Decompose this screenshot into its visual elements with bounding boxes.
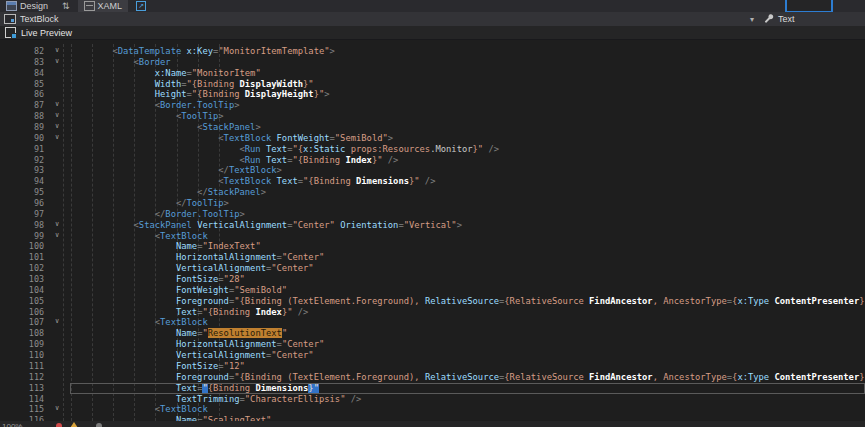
line-number[interactable]: 111	[0, 361, 44, 372]
line-number[interactable]: 96	[0, 198, 44, 209]
line-number[interactable]: 91	[0, 144, 44, 155]
code-line[interactable]: 113 Text="{Binding Dimensions}"	[0, 383, 865, 394]
line-number[interactable]: 100	[0, 241, 44, 252]
code-line[interactable]: 96 </ToolTip>	[0, 198, 865, 209]
line-number[interactable]: 99	[0, 231, 44, 242]
message-icon[interactable]	[96, 423, 102, 427]
fold-chevron-icon[interactable]: ∨	[44, 133, 70, 144]
code-line[interactable]: 115∨ <TextBlock	[0, 404, 865, 415]
live-preview-bar[interactable]: Live Preview	[0, 26, 865, 40]
code-line[interactable]: 104 FontWeight="SemiBold"	[0, 285, 865, 296]
line-number[interactable]: 92	[0, 155, 44, 166]
code-line[interactable]: 106 Text="{Binding Index}" />	[0, 307, 865, 318]
fold-chevron-icon[interactable]: ∨	[44, 100, 70, 111]
code-text: x:Name="MonitorItem"	[70, 68, 865, 79]
fold-chevron-icon[interactable]: ∨	[44, 317, 70, 328]
code-line[interactable]: 95 </StackPanel>	[0, 187, 865, 198]
code-line[interactable]: 97 </Border.ToolTip>	[0, 209, 865, 220]
fold-chevron-icon[interactable]: ∨	[44, 122, 70, 133]
fold-spacer	[44, 252, 70, 263]
code-text: Name="IndexText"	[70, 241, 865, 252]
code-text: </StackPanel>	[70, 187, 865, 198]
code-line[interactable]: 110 VerticalAlignment="Center"	[0, 350, 865, 361]
line-number[interactable]: 109	[0, 339, 44, 350]
element-selector-dropdown[interactable]: TextBlock ▾	[0, 14, 754, 24]
zoom-level[interactable]: 100%	[2, 422, 52, 427]
line-number[interactable]: 93	[0, 165, 44, 176]
tab-xaml[interactable]: XAML	[78, 0, 129, 12]
line-number[interactable]: 115	[0, 404, 44, 415]
code-line[interactable]: 92 <Run Text="{Binding Index}" />	[0, 155, 865, 166]
code-text: <Run Text="{Binding Index}" />	[70, 155, 865, 166]
code-line[interactable]: 108 Name="ResolutionText"	[0, 328, 865, 339]
line-number[interactable]: 86	[0, 89, 44, 100]
code-line[interactable]: 100 Name="IndexText"	[0, 241, 865, 252]
fold-chevron-icon[interactable]: ∨	[44, 220, 70, 231]
popout-icon[interactable]: ↗	[136, 1, 146, 11]
line-number[interactable]: 89	[0, 122, 44, 133]
code-line[interactable]: 83∨ <Border	[0, 57, 865, 68]
line-number[interactable]: 97	[0, 209, 44, 220]
code-line[interactable]: 84 x:Name="MonitorItem"	[0, 68, 865, 79]
line-number[interactable]: 113	[0, 383, 44, 394]
fold-spacer	[44, 361, 70, 372]
code-line[interactable]: 82∨ <DataTemplate x:Key="MonitorItemTemp…	[0, 46, 865, 57]
code-line[interactable]: 99∨ <TextBlock	[0, 231, 865, 242]
line-number[interactable]: 88	[0, 111, 44, 122]
line-number[interactable]: 102	[0, 263, 44, 274]
fold-chevron-icon[interactable]: ∨	[44, 404, 70, 415]
code-line[interactable]: 102 VerticalAlignment="Center"	[0, 263, 865, 274]
code-line[interactable]: 90∨ <TextBlock FontWeight="SemiBold">	[0, 133, 865, 144]
code-line[interactable]: 86 Height="{Binding DisplayHeight}">	[0, 89, 865, 100]
line-number[interactable]: 87	[0, 100, 44, 111]
code-line[interactable]: 94 <TextBlock Text="{Binding Dimensions}…	[0, 176, 865, 187]
fold-chevron-icon[interactable]: ∨	[44, 46, 70, 57]
code-line[interactable]: 105 Foreground="{Binding (TextElement.Fo…	[0, 296, 865, 307]
code-line[interactable]: 107∨ <TextBlock	[0, 317, 865, 328]
code-line[interactable]: 109 HorizontalAlignment="Center"	[0, 339, 865, 350]
code-line[interactable]: 114 TextTrimming="CharacterEllipsis" />	[0, 394, 865, 405]
line-number[interactable]: 85	[0, 79, 44, 90]
warning-icon[interactable]	[70, 422, 78, 427]
fold-chevron-icon[interactable]: ∨	[44, 231, 70, 242]
line-number[interactable]: 104	[0, 285, 44, 296]
line-number[interactable]: 106	[0, 307, 44, 318]
tab-design[interactable]: Design	[0, 0, 54, 12]
line-number[interactable]: 82	[0, 46, 44, 57]
fold-chevron-icon[interactable]: ∨	[44, 57, 70, 68]
line-number[interactable]: 105	[0, 296, 44, 307]
code-line[interactable]: 88∨ <ToolTip>	[0, 111, 865, 122]
code-line[interactable]: 87∨ <Border.ToolTip>	[0, 100, 865, 111]
code-line[interactable]: 112 Foreground="{Binding (TextElement.Fo…	[0, 372, 865, 383]
code-line[interactable]: 103 FontSize="28"	[0, 274, 865, 285]
line-number[interactable]: 95	[0, 187, 44, 198]
tab-design-label: Design	[20, 1, 48, 11]
line-number[interactable]: 98	[0, 220, 44, 231]
code-line[interactable]: 111 FontSize="12"	[0, 361, 865, 372]
code-line[interactable]: 85 Width="{Binding DisplayWidth}"	[0, 79, 865, 90]
line-number[interactable]: 112	[0, 372, 44, 383]
code-text: Name="ResolutionText"	[70, 328, 865, 339]
fold-spacer	[44, 155, 70, 166]
line-number[interactable]: 84	[0, 68, 44, 79]
line-number[interactable]: 90	[0, 133, 44, 144]
line-number[interactable]: 107	[0, 317, 44, 328]
fold-chevron-icon[interactable]: ∨	[44, 111, 70, 122]
line-number[interactable]: 114	[0, 394, 44, 405]
line-number[interactable]: 110	[0, 350, 44, 361]
code-text: <TextBlock Text="{Binding Dimensions}" /…	[70, 176, 865, 187]
code-editor[interactable]: 82∨ <DataTemplate x:Key="MonitorItemTemp…	[0, 40, 865, 421]
code-line[interactable]: 89∨ <StackPanel>	[0, 122, 865, 133]
line-number[interactable]: 94	[0, 176, 44, 187]
error-icon[interactable]	[56, 423, 62, 427]
swap-panes-icon[interactable]: ⇅	[62, 1, 70, 11]
line-number[interactable]: 101	[0, 252, 44, 263]
code-line[interactable]: 93 </TextBlock>	[0, 165, 865, 176]
code-line[interactable]: 91 <Run Text="{x:Static props:Resources.…	[0, 144, 865, 155]
line-number[interactable]: 103	[0, 274, 44, 285]
line-number[interactable]: 83	[0, 57, 44, 68]
code-line[interactable]: 101 HorizontalAlignment="Center"	[0, 252, 865, 263]
member-selector-dropdown[interactable]: Text	[754, 14, 795, 24]
line-number[interactable]: 108	[0, 328, 44, 339]
code-line[interactable]: 98∨ <StackPanel VerticalAlignment="Cente…	[0, 220, 865, 231]
